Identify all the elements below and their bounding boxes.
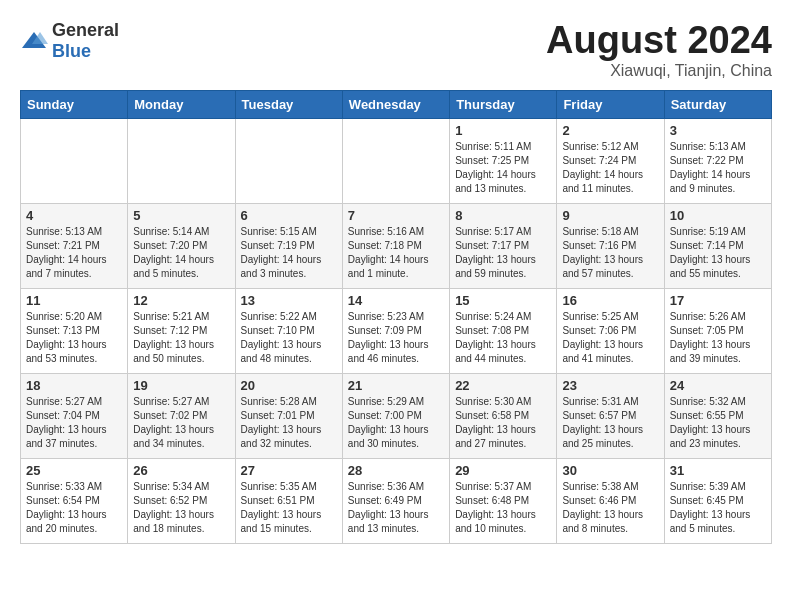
day-number: 13 <box>241 293 337 308</box>
day-info: Sunrise: 5:27 AM Sunset: 7:04 PM Dayligh… <box>26 395 122 451</box>
weekday-header-thursday: Thursday <box>450 90 557 118</box>
day-number: 5 <box>133 208 229 223</box>
day-info: Sunrise: 5:12 AM Sunset: 7:24 PM Dayligh… <box>562 140 658 196</box>
day-number: 31 <box>670 463 766 478</box>
day-cell: 24Sunrise: 5:32 AM Sunset: 6:55 PM Dayli… <box>664 373 771 458</box>
day-number: 2 <box>562 123 658 138</box>
day-cell: 30Sunrise: 5:38 AM Sunset: 6:46 PM Dayli… <box>557 458 664 543</box>
day-cell <box>235 118 342 203</box>
day-number: 1 <box>455 123 551 138</box>
day-info: Sunrise: 5:17 AM Sunset: 7:17 PM Dayligh… <box>455 225 551 281</box>
day-info: Sunrise: 5:38 AM Sunset: 6:46 PM Dayligh… <box>562 480 658 536</box>
logo-blue: Blue <box>52 41 91 61</box>
day-number: 11 <box>26 293 122 308</box>
main-title: August 2024 <box>546 20 772 62</box>
day-number: 19 <box>133 378 229 393</box>
header: General Blue August 2024 Xiawuqi, Tianji… <box>20 20 772 80</box>
day-number: 3 <box>670 123 766 138</box>
day-cell: 11Sunrise: 5:20 AM Sunset: 7:13 PM Dayli… <box>21 288 128 373</box>
logo-general: General <box>52 20 119 40</box>
day-number: 28 <box>348 463 444 478</box>
day-info: Sunrise: 5:31 AM Sunset: 6:57 PM Dayligh… <box>562 395 658 451</box>
day-info: Sunrise: 5:28 AM Sunset: 7:01 PM Dayligh… <box>241 395 337 451</box>
day-info: Sunrise: 5:32 AM Sunset: 6:55 PM Dayligh… <box>670 395 766 451</box>
day-number: 27 <box>241 463 337 478</box>
day-info: Sunrise: 5:14 AM Sunset: 7:20 PM Dayligh… <box>133 225 229 281</box>
day-number: 21 <box>348 378 444 393</box>
day-number: 6 <box>241 208 337 223</box>
subtitle: Xiawuqi, Tianjin, China <box>546 62 772 80</box>
day-info: Sunrise: 5:13 AM Sunset: 7:21 PM Dayligh… <box>26 225 122 281</box>
day-number: 7 <box>348 208 444 223</box>
logo: General Blue <box>20 20 119 62</box>
day-cell: 3Sunrise: 5:13 AM Sunset: 7:22 PM Daylig… <box>664 118 771 203</box>
day-number: 14 <box>348 293 444 308</box>
day-cell: 6Sunrise: 5:15 AM Sunset: 7:19 PM Daylig… <box>235 203 342 288</box>
day-number: 16 <box>562 293 658 308</box>
day-cell: 2Sunrise: 5:12 AM Sunset: 7:24 PM Daylig… <box>557 118 664 203</box>
day-cell: 29Sunrise: 5:37 AM Sunset: 6:48 PM Dayli… <box>450 458 557 543</box>
day-cell: 12Sunrise: 5:21 AM Sunset: 7:12 PM Dayli… <box>128 288 235 373</box>
day-info: Sunrise: 5:13 AM Sunset: 7:22 PM Dayligh… <box>670 140 766 196</box>
day-cell: 15Sunrise: 5:24 AM Sunset: 7:08 PM Dayli… <box>450 288 557 373</box>
day-info: Sunrise: 5:19 AM Sunset: 7:14 PM Dayligh… <box>670 225 766 281</box>
day-number: 25 <box>26 463 122 478</box>
day-number: 9 <box>562 208 658 223</box>
day-info: Sunrise: 5:16 AM Sunset: 7:18 PM Dayligh… <box>348 225 444 281</box>
day-info: Sunrise: 5:22 AM Sunset: 7:10 PM Dayligh… <box>241 310 337 366</box>
day-cell: 13Sunrise: 5:22 AM Sunset: 7:10 PM Dayli… <box>235 288 342 373</box>
day-info: Sunrise: 5:35 AM Sunset: 6:51 PM Dayligh… <box>241 480 337 536</box>
week-row-2: 4Sunrise: 5:13 AM Sunset: 7:21 PM Daylig… <box>21 203 772 288</box>
day-number: 29 <box>455 463 551 478</box>
day-number: 20 <box>241 378 337 393</box>
day-cell <box>128 118 235 203</box>
day-info: Sunrise: 5:37 AM Sunset: 6:48 PM Dayligh… <box>455 480 551 536</box>
day-cell: 22Sunrise: 5:30 AM Sunset: 6:58 PM Dayli… <box>450 373 557 458</box>
day-number: 30 <box>562 463 658 478</box>
weekday-header-row: SundayMondayTuesdayWednesdayThursdayFrid… <box>21 90 772 118</box>
day-info: Sunrise: 5:20 AM Sunset: 7:13 PM Dayligh… <box>26 310 122 366</box>
day-info: Sunrise: 5:27 AM Sunset: 7:02 PM Dayligh… <box>133 395 229 451</box>
day-number: 4 <box>26 208 122 223</box>
day-info: Sunrise: 5:11 AM Sunset: 7:25 PM Dayligh… <box>455 140 551 196</box>
day-info: Sunrise: 5:36 AM Sunset: 6:49 PM Dayligh… <box>348 480 444 536</box>
day-number: 23 <box>562 378 658 393</box>
logo-text: General Blue <box>52 20 119 62</box>
day-number: 12 <box>133 293 229 308</box>
calendar: SundayMondayTuesdayWednesdayThursdayFrid… <box>20 90 772 544</box>
day-cell: 5Sunrise: 5:14 AM Sunset: 7:20 PM Daylig… <box>128 203 235 288</box>
day-cell: 1Sunrise: 5:11 AM Sunset: 7:25 PM Daylig… <box>450 118 557 203</box>
day-cell: 17Sunrise: 5:26 AM Sunset: 7:05 PM Dayli… <box>664 288 771 373</box>
day-cell: 20Sunrise: 5:28 AM Sunset: 7:01 PM Dayli… <box>235 373 342 458</box>
day-cell: 10Sunrise: 5:19 AM Sunset: 7:14 PM Dayli… <box>664 203 771 288</box>
day-cell: 27Sunrise: 5:35 AM Sunset: 6:51 PM Dayli… <box>235 458 342 543</box>
weekday-header-monday: Monday <box>128 90 235 118</box>
weekday-header-tuesday: Tuesday <box>235 90 342 118</box>
day-cell: 26Sunrise: 5:34 AM Sunset: 6:52 PM Dayli… <box>128 458 235 543</box>
day-cell: 25Sunrise: 5:33 AM Sunset: 6:54 PM Dayli… <box>21 458 128 543</box>
title-area: August 2024 Xiawuqi, Tianjin, China <box>546 20 772 80</box>
weekday-header-sunday: Sunday <box>21 90 128 118</box>
day-cell: 8Sunrise: 5:17 AM Sunset: 7:17 PM Daylig… <box>450 203 557 288</box>
day-number: 17 <box>670 293 766 308</box>
week-row-1: 1Sunrise: 5:11 AM Sunset: 7:25 PM Daylig… <box>21 118 772 203</box>
day-number: 8 <box>455 208 551 223</box>
week-row-5: 25Sunrise: 5:33 AM Sunset: 6:54 PM Dayli… <box>21 458 772 543</box>
day-number: 15 <box>455 293 551 308</box>
day-cell: 21Sunrise: 5:29 AM Sunset: 7:00 PM Dayli… <box>342 373 449 458</box>
day-info: Sunrise: 5:15 AM Sunset: 7:19 PM Dayligh… <box>241 225 337 281</box>
day-number: 18 <box>26 378 122 393</box>
day-cell: 23Sunrise: 5:31 AM Sunset: 6:57 PM Dayli… <box>557 373 664 458</box>
day-number: 24 <box>670 378 766 393</box>
weekday-header-wednesday: Wednesday <box>342 90 449 118</box>
day-info: Sunrise: 5:39 AM Sunset: 6:45 PM Dayligh… <box>670 480 766 536</box>
logo-icon <box>20 30 48 52</box>
day-info: Sunrise: 5:25 AM Sunset: 7:06 PM Dayligh… <box>562 310 658 366</box>
day-cell: 28Sunrise: 5:36 AM Sunset: 6:49 PM Dayli… <box>342 458 449 543</box>
day-cell: 7Sunrise: 5:16 AM Sunset: 7:18 PM Daylig… <box>342 203 449 288</box>
day-info: Sunrise: 5:18 AM Sunset: 7:16 PM Dayligh… <box>562 225 658 281</box>
weekday-header-friday: Friday <box>557 90 664 118</box>
day-info: Sunrise: 5:24 AM Sunset: 7:08 PM Dayligh… <box>455 310 551 366</box>
day-info: Sunrise: 5:30 AM Sunset: 6:58 PM Dayligh… <box>455 395 551 451</box>
day-number: 22 <box>455 378 551 393</box>
